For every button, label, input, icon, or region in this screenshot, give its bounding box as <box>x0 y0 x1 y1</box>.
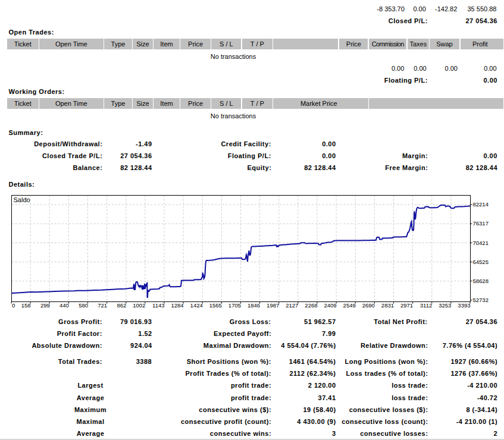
svg-text:721: 721 <box>98 302 107 309</box>
svg-text:1284: 1284 <box>171 302 183 309</box>
svg-text:2409: 2409 <box>324 302 336 309</box>
svg-text:2831: 2831 <box>381 302 394 309</box>
svg-text:2549: 2549 <box>343 302 356 309</box>
svg-text:1143: 1143 <box>152 302 164 309</box>
svg-text:2690: 2690 <box>362 302 375 309</box>
svg-text:1002: 1002 <box>133 302 145 309</box>
svg-text:70421: 70421 <box>473 240 489 246</box>
svg-text:299: 299 <box>40 302 50 309</box>
svg-text:52732: 52732 <box>473 297 489 303</box>
svg-text:3253: 3253 <box>439 302 451 309</box>
svg-text:158: 158 <box>21 302 31 309</box>
svg-text:82214: 82214 <box>473 201 489 208</box>
svg-text:1565: 1565 <box>209 302 222 309</box>
svg-text:440: 440 <box>60 302 69 309</box>
svg-text:58628: 58628 <box>473 278 489 284</box>
svg-text:1987: 1987 <box>267 302 279 309</box>
svg-text:64525: 64525 <box>473 259 489 265</box>
svg-text:1705: 1705 <box>228 302 241 309</box>
svg-text:1424: 1424 <box>190 302 203 309</box>
svg-text:2127: 2127 <box>286 302 298 309</box>
svg-text:Saldo: Saldo <box>14 196 30 203</box>
svg-text:2971: 2971 <box>400 302 413 309</box>
svg-text:76317: 76317 <box>473 220 489 227</box>
svg-text:3112: 3112 <box>420 302 432 309</box>
svg-text:0: 0 <box>12 302 15 309</box>
svg-text:3393: 3393 <box>458 302 470 309</box>
svg-text:862: 862 <box>117 302 126 309</box>
svg-text:580: 580 <box>79 302 88 309</box>
svg-text:1846: 1846 <box>248 302 260 309</box>
svg-text:2268: 2268 <box>305 302 317 309</box>
